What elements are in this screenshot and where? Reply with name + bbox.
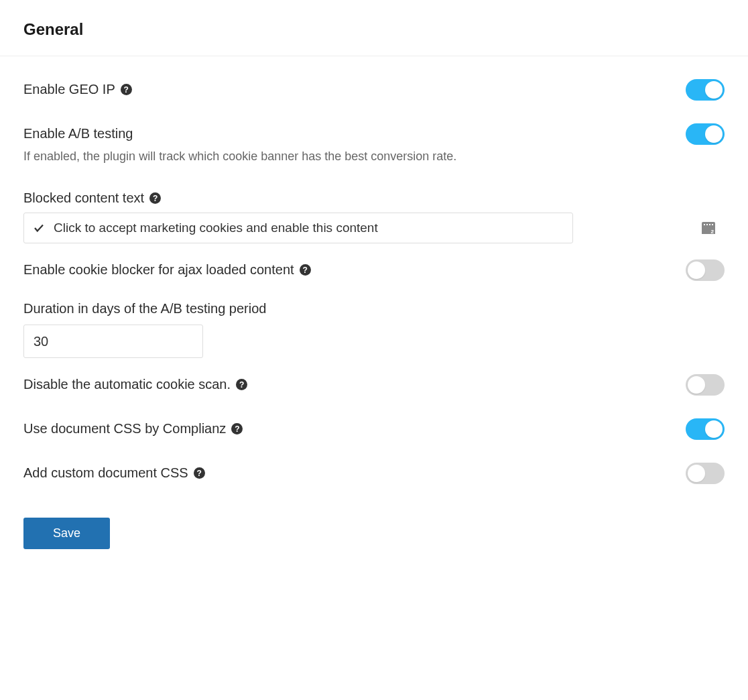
toggle-ab-testing[interactable] — [686, 123, 725, 145]
translation-icon[interactable] — [702, 222, 715, 234]
help-icon[interactable]: ? — [231, 423, 243, 434]
setting-geo-ip: Enable GEO IP ? — [23, 63, 725, 107]
setting-label: Disable the automatic cookie scan. ? — [23, 377, 247, 392]
setting-ab-testing: Enable A/B testing If enabled, the plugi… — [23, 107, 725, 172]
setting-ajax-blocker: Enable cookie blocker for ajax loaded co… — [23, 243, 725, 288]
toggle-knob — [688, 261, 705, 279]
toggle-knob — [688, 465, 705, 482]
help-icon[interactable]: ? — [300, 264, 311, 276]
setting-label: Enable A/B testing — [23, 126, 133, 141]
settings-content: Enable GEO IP ? Enable A/B testing If en… — [0, 56, 748, 576]
setting-label-text: Duration in days of the A/B testing peri… — [23, 301, 266, 316]
setting-label-text: Enable GEO IP — [23, 82, 115, 97]
section-header: General — [0, 0, 748, 56]
setting-label: Duration in days of the A/B testing peri… — [23, 301, 266, 316]
ab-duration-input[interactable] — [23, 325, 203, 358]
setting-label-text: Add custom document CSS — [23, 465, 188, 481]
text-input-wrap — [23, 213, 725, 243]
toggle-geo-ip[interactable] — [686, 79, 725, 101]
save-button[interactable]: Save — [23, 518, 110, 549]
toggle-knob — [688, 376, 705, 394]
setting-description: If enabled, the plugin will track which … — [23, 148, 573, 165]
checkmark-icon — [33, 222, 45, 234]
setting-disable-scan: Disable the automatic cookie scan. ? — [23, 358, 725, 402]
setting-label-text: Enable cookie blocker for ajax loaded co… — [23, 262, 294, 278]
setting-doc-css: Use document CSS by Complianz ? — [23, 402, 725, 447]
setting-label: Enable GEO IP ? — [23, 82, 132, 97]
help-icon[interactable]: ? — [236, 379, 247, 390]
setting-label-text: Blocked content text — [23, 190, 144, 206]
help-icon[interactable]: ? — [194, 467, 205, 479]
setting-custom-css: Add custom document CSS ? — [23, 447, 725, 491]
setting-label: Enable cookie blocker for ajax loaded co… — [23, 262, 311, 278]
blocked-content-input[interactable] — [23, 213, 573, 243]
toggle-knob — [705, 420, 723, 438]
setting-label-text: Disable the automatic cookie scan. — [23, 377, 231, 392]
setting-label-text: Enable A/B testing — [23, 126, 133, 141]
toggle-disable-scan[interactable] — [686, 374, 725, 396]
toggle-custom-css[interactable] — [686, 463, 725, 484]
help-icon[interactable]: ? — [121, 84, 132, 95]
setting-label: Blocked content text ? — [23, 190, 161, 206]
toggle-knob — [705, 125, 723, 143]
page-title: General — [23, 20, 725, 39]
setting-label: Add custom document CSS ? — [23, 465, 205, 481]
toggle-ajax-blocker[interactable] — [686, 259, 725, 281]
help-icon[interactable]: ? — [149, 192, 161, 204]
setting-ab-duration: Duration in days of the A/B testing peri… — [23, 288, 725, 358]
toggle-knob — [705, 81, 723, 99]
setting-label: Use document CSS by Complianz ? — [23, 421, 243, 436]
setting-label-text: Use document CSS by Complianz — [23, 421, 226, 436]
toggle-doc-css[interactable] — [686, 418, 725, 440]
setting-blocked-content: Blocked content text ? — [23, 172, 725, 243]
